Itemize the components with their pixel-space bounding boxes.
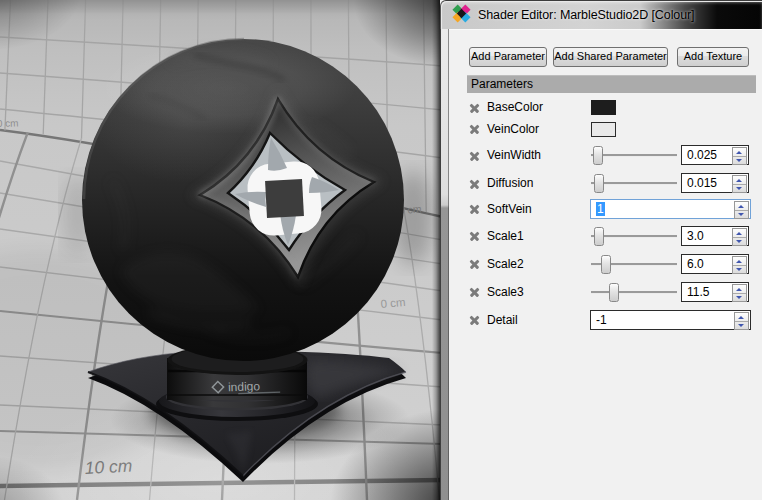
svg-text:indigo: indigo xyxy=(228,379,261,394)
svg-text:0 cm: 0 cm xyxy=(0,117,19,129)
svg-text:0 cm: 0 cm xyxy=(380,296,406,310)
